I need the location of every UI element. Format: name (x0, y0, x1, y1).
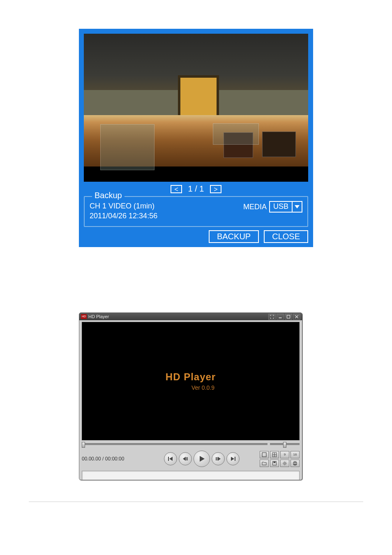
svg-marker-11 (231, 457, 234, 461)
svg-marker-10 (218, 457, 221, 461)
backup-info: CH 1 VIDEO (1min) 2011/04/26 12:34:56 (90, 201, 157, 221)
skip-prev-icon (168, 456, 173, 462)
grid-4-icon (272, 452, 277, 457)
folder-open-icon (262, 461, 267, 466)
svg-rect-18 (274, 461, 275, 462)
svg-point-19 (284, 462, 286, 464)
hdplayer-window: HD HD Player HD Player Ver 0.0.9 (79, 312, 302, 480)
step-back-button[interactable] (179, 452, 192, 465)
svg-marker-7 (200, 456, 205, 462)
svg-rect-0 (279, 317, 281, 318)
step-forward-button[interactable] (212, 452, 225, 465)
pager-next-button[interactable]: > (210, 185, 221, 193)
maximize-button[interactable] (285, 314, 292, 320)
dropdown-caret-icon (293, 202, 302, 212)
backup-button[interactable]: BACKUP (209, 230, 259, 243)
backup-group: Backup CH 1 VIDEO (1min) 2011/04/26 12:3… (84, 196, 308, 227)
svg-rect-8 (216, 457, 217, 460)
status-bar (82, 471, 300, 480)
splash-title: HD Player (166, 371, 216, 383)
minimize-icon (278, 315, 282, 319)
maximize-icon (286, 315, 291, 319)
window-title: HD Player (88, 314, 109, 319)
seek-slider[interactable] (82, 443, 267, 446)
channel-line: CH 1 VIDEO (1min) (90, 201, 157, 211)
backup-dialog: < 1 / 1 > Backup CH 1 VIDEO (1min) 2011/… (79, 29, 313, 247)
close-button[interactable]: CLOSE (264, 230, 308, 243)
layout-4-button[interactable] (270, 451, 279, 458)
media-select-value: USB (270, 202, 293, 212)
backup-group-legend: Backup (92, 191, 125, 200)
close-icon (295, 315, 299, 319)
grid-16-icon: 16 (293, 453, 297, 456)
speed-slider[interactable] (270, 443, 300, 446)
svg-rect-1 (287, 315, 290, 318)
prev-button[interactable] (164, 452, 177, 465)
grid-9-icon: 9 (284, 453, 286, 456)
svg-rect-6 (187, 457, 188, 460)
minimize-button[interactable] (277, 314, 284, 320)
svg-marker-4 (183, 457, 186, 461)
save-icon (272, 461, 277, 466)
close-window-button[interactable] (293, 314, 300, 320)
print-button[interactable] (291, 460, 300, 467)
fullscreen-icon (270, 315, 274, 319)
pager-text: 1 / 1 (188, 184, 204, 194)
layout-16-button[interactable]: 16 (291, 451, 300, 458)
layout-9-button[interactable]: 9 (280, 451, 289, 458)
seek-thumb-icon (82, 442, 85, 448)
fullscreen-button[interactable] (268, 314, 276, 320)
settings-button[interactable] (280, 460, 289, 467)
pager-prev-button[interactable]: < (171, 185, 182, 193)
hdplayer-titlebar[interactable]: HD HD Player (79, 313, 302, 320)
svg-marker-3 (169, 457, 173, 461)
chevron-right-icon: > (214, 186, 217, 193)
svg-rect-12 (235, 457, 235, 461)
gear-icon (282, 461, 287, 466)
step-forward-icon (215, 456, 221, 462)
next-button[interactable] (226, 452, 240, 465)
svg-rect-13 (262, 453, 266, 457)
time-readout: 00.00.00 / 00:00:00 (82, 456, 143, 462)
app-logo-icon: HD (81, 314, 87, 319)
layout-1-button[interactable] (260, 451, 269, 458)
print-icon (293, 461, 297, 466)
svg-rect-5 (186, 457, 187, 460)
chevron-left-icon: < (174, 186, 178, 193)
play-button[interactable] (194, 451, 210, 467)
svg-rect-21 (294, 461, 296, 462)
footer-divider (29, 502, 363, 502)
play-icon (198, 455, 205, 462)
svg-rect-9 (217, 457, 217, 460)
step-back-icon (182, 456, 188, 462)
skip-next-icon (230, 456, 236, 462)
preview-image (84, 34, 308, 182)
open-file-button[interactable] (260, 460, 269, 467)
splash-version: Ver 0.0.9 (191, 384, 214, 391)
grid-1-icon (262, 452, 267, 457)
snapshot-button[interactable] (270, 460, 279, 467)
svg-rect-2 (168, 457, 169, 461)
media-label: MEDIA (243, 203, 267, 211)
media-select[interactable]: USB (269, 201, 302, 213)
video-area: HD Player Ver 0.0.9 (82, 322, 300, 440)
timestamp-line: 2011/04/26 12:34:56 (90, 211, 157, 221)
speed-thumb-icon (283, 442, 286, 448)
